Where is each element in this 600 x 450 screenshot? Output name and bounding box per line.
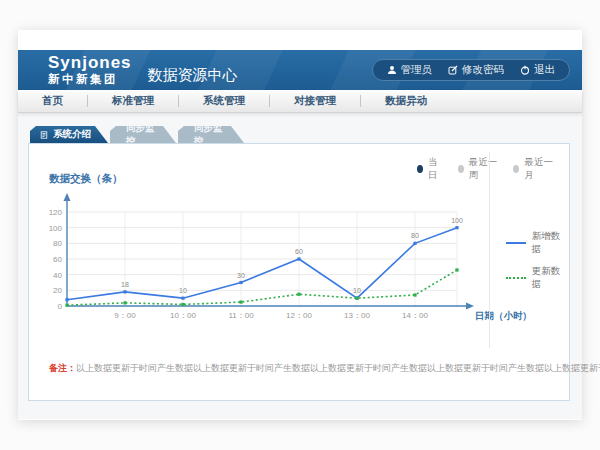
svg-text:11：00: 11：00 xyxy=(228,311,254,320)
nav-item-standard-mgmt[interactable]: 标准管理 xyxy=(88,94,178,108)
green-dotted-line-icon xyxy=(506,277,526,279)
filter-last-week[interactable]: 最近一周 xyxy=(458,156,498,182)
svg-text:40: 40 xyxy=(53,271,62,280)
nav-item-system-mgmt[interactable]: 系统管理 xyxy=(179,94,269,108)
company-name: 新中新集团 xyxy=(48,74,132,86)
tab-system-intro[interactable]: 系统介绍 xyxy=(30,126,108,143)
blue-line-icon xyxy=(506,242,526,244)
svg-text:120: 120 xyxy=(49,208,63,217)
svg-text:日期（小时）: 日期（小时） xyxy=(475,310,532,322)
radio-unselected-icon xyxy=(513,165,519,173)
radio-selected-icon xyxy=(417,165,423,173)
footnote: 备注：以上数据更新于时间产生数据以上数据更新于时间产生数据以上数据更新于时间产生… xyxy=(49,362,600,375)
logout-button[interactable]: 退出 xyxy=(520,63,555,77)
filter-last-month[interactable]: 最近一月 xyxy=(513,156,553,182)
svg-text:18: 18 xyxy=(121,281,129,288)
brand-name: Synjones xyxy=(48,54,132,71)
svg-text:10: 10 xyxy=(179,287,187,294)
svg-text:10：00: 10：00 xyxy=(170,311,196,320)
app-header: Synjones 新中新集团 数据资源中心 管理员 修改密码 退出 xyxy=(18,50,582,90)
user-bar: 管理员 修改密码 退出 xyxy=(372,59,571,81)
legend-item-new-data[interactable]: 新增数据 xyxy=(506,230,569,256)
page-title: 数据资源中心 xyxy=(148,66,238,85)
svg-text:80: 80 xyxy=(411,232,419,239)
chart-legend: 新增数据 更新数据 xyxy=(506,230,569,300)
tab-label: 系统介绍 xyxy=(53,128,91,141)
main-nav: 首页 标准管理 系统管理 对接管理 数据异动 xyxy=(18,90,582,113)
nav-item-data-change[interactable]: 数据异动 xyxy=(361,94,451,108)
current-user[interactable]: 管理员 xyxy=(387,63,433,77)
footnote-label: 备注： xyxy=(49,363,76,373)
document-icon xyxy=(40,131,48,139)
chart-panel: 当日 最近一周 最近一月 数据交换（条） 0204060801001209：00… xyxy=(28,143,570,401)
svg-text:10: 10 xyxy=(353,287,361,294)
filter-label: 当日 xyxy=(428,156,442,182)
nav-item-interface-mgmt[interactable]: 对接管理 xyxy=(270,94,360,108)
legend-item-updated-data[interactable]: 更新数据 xyxy=(506,265,569,291)
nav-item-home[interactable]: 首页 xyxy=(18,94,87,108)
change-password-label: 修改密码 xyxy=(462,63,504,77)
svg-text:13：00: 13：00 xyxy=(344,311,370,320)
filter-today[interactable]: 当日 xyxy=(417,156,442,182)
svg-text:60: 60 xyxy=(53,255,62,264)
svg-text:12：00: 12：00 xyxy=(286,311,312,320)
svg-text:30: 30 xyxy=(237,272,245,279)
svg-text:0: 0 xyxy=(58,302,63,311)
svg-text:100: 100 xyxy=(49,224,63,233)
company-logo: Synjones 新中新集团 xyxy=(48,54,132,86)
tab-sync-monitor-2[interactable]: 同步监控 xyxy=(178,126,244,143)
content-area: 系统介绍 同步监控 同步监控 当日 最近一周 xyxy=(18,113,582,419)
footnote-text: 以上数据更新于时间产生数据以上数据更新于时间产生数据以上数据更新于时间产生数据以… xyxy=(76,363,600,373)
svg-text:60: 60 xyxy=(295,248,303,255)
app-window: Synjones 新中新集团 数据资源中心 管理员 修改密码 退出 xyxy=(18,30,582,420)
tab-bar: 系统介绍 同步监控 同步监控 xyxy=(30,126,244,143)
legend-divider xyxy=(489,152,490,348)
radio-unselected-icon xyxy=(458,165,464,173)
svg-text:20: 20 xyxy=(53,286,62,295)
svg-text:100: 100 xyxy=(451,217,463,224)
edit-icon xyxy=(448,65,458,75)
tab-sync-monitor-1[interactable]: 同步监控 xyxy=(110,126,176,143)
change-password-button[interactable]: 修改密码 xyxy=(448,63,504,77)
svg-text:14：00: 14：00 xyxy=(402,311,428,320)
user-icon xyxy=(387,65,397,75)
time-range-filters: 当日 最近一周 最近一月 xyxy=(417,156,569,182)
svg-text:9：00: 9：00 xyxy=(114,311,136,320)
svg-text:80: 80 xyxy=(53,239,62,248)
top-strip xyxy=(18,30,582,50)
filter-label: 最近一周 xyxy=(469,156,498,182)
power-icon xyxy=(520,65,530,75)
user-name-label: 管理员 xyxy=(401,63,433,77)
y-axis-title: 数据交换（条） xyxy=(49,172,123,186)
logout-label: 退出 xyxy=(534,63,555,77)
filter-label: 最近一月 xyxy=(524,156,553,182)
line-chart: 0204060801001209：0010：0011：0012：0013：001… xyxy=(43,188,543,333)
